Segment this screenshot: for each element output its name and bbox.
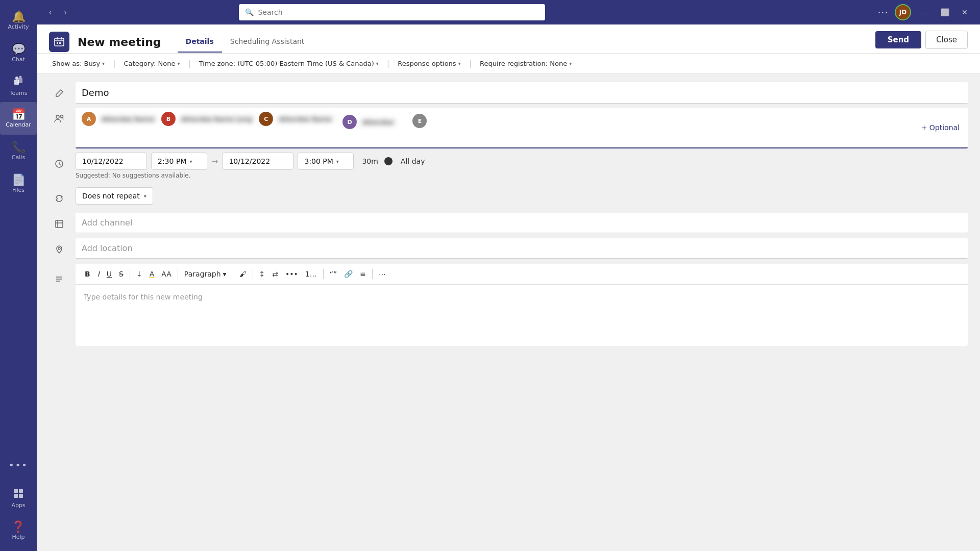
svg-point-3: [19, 76, 22, 78]
repeat-dropdown-arrow: ▾: [144, 193, 146, 199]
more-formatting-button[interactable]: ⋯: [376, 268, 389, 280]
show-as-dropdown-arrow: ▾: [102, 61, 105, 66]
sidebar-item-help[interactable]: ❓ Help: [7, 514, 30, 547]
editor-toolbar: B I U S ↓ A AA Paragraph ▾ 🖌 ↕ ⇄ •••: [76, 264, 968, 285]
sidebar-item-label: Help: [12, 534, 24, 540]
calls-icon: 📞: [12, 142, 26, 153]
forward-button[interactable]: ›: [60, 6, 70, 19]
bullet-list-button[interactable]: •••: [282, 268, 301, 280]
close-window-button[interactable]: ✕: [958, 7, 972, 17]
response-dropdown-arrow: ▾: [458, 61, 461, 66]
start-time-arrow: ▾: [189, 159, 192, 164]
end-time-input[interactable]: 3:00 PM ▾: [298, 153, 354, 170]
user-avatar[interactable]: JD: [895, 4, 911, 20]
svg-rect-8: [55, 38, 64, 46]
sidebar-item-apps[interactable]: Apps: [7, 482, 30, 514]
svg-rect-12: [57, 42, 58, 44]
start-time-input[interactable]: 2:30 PM ▾: [151, 153, 207, 170]
end-date-input[interactable]: 10/12/2022: [222, 153, 293, 170]
start-date-input[interactable]: 10/12/2022: [76, 153, 147, 170]
sidebar-item-calendar[interactable]: 📅 Calendar: [0, 102, 37, 135]
sidebar-item-calls[interactable]: 📞 Calls: [0, 135, 37, 167]
sidebar-item-activity[interactable]: 🔔 Activity: [0, 4, 37, 37]
svg-point-20: [58, 247, 60, 249]
search-input[interactable]: [258, 8, 539, 16]
edit-icon: [49, 83, 69, 104]
location-icon: [49, 239, 69, 260]
bold-button[interactable]: B: [82, 268, 93, 280]
location-input[interactable]: [76, 238, 968, 259]
link-button[interactable]: 🔗: [341, 268, 356, 280]
sidebar-item-chat[interactable]: 💬 Chat: [0, 37, 37, 69]
send-button[interactable]: Send: [875, 31, 921, 48]
svg-rect-13: [59, 42, 61, 44]
titlebar: ‹ › 🔍 ··· JD — ⬜ ✕: [37, 0, 980, 24]
align-left-button[interactable]: ↕: [256, 268, 268, 280]
datetime-arrow: →: [211, 157, 218, 166]
sidebar-item-teams[interactable]: Teams: [0, 69, 37, 102]
timezone-dropdown-arrow: ▾: [376, 61, 379, 66]
decrease-indent-button[interactable]: ↓: [133, 268, 145, 280]
sep4: |: [469, 59, 472, 68]
allday-toggle[interactable]: All day: [401, 157, 425, 165]
optional-link[interactable]: + Optional: [919, 121, 962, 134]
svg-point-2: [15, 77, 18, 80]
paragraph-button[interactable]: Paragraph ▾: [181, 268, 230, 280]
meeting-title: New meeting: [78, 36, 161, 48]
more-icon: •••: [9, 461, 28, 470]
attendee-avatar-5: E: [412, 114, 427, 128]
category-dropdown[interactable]: Category: None ▾: [121, 58, 183, 69]
attendee-4: D Attendee: [342, 115, 397, 129]
svg-rect-17: [56, 220, 63, 228]
editor-row: B I U S ↓ A AA Paragraph ▾ 🖌 ↕ ⇄ •••: [49, 264, 968, 346]
maximize-button[interactable]: ⬜: [937, 7, 953, 17]
editor-sep-6: [372, 269, 373, 279]
svg-rect-1: [18, 78, 22, 83]
clock-icon: [49, 154, 69, 174]
channel-icon: [49, 214, 69, 234]
attendee-1: A Attendee Name: [82, 112, 158, 126]
repeat-icon: [49, 188, 69, 209]
files-icon: 📄: [12, 174, 26, 186]
strikethrough-button[interactable]: S: [116, 268, 127, 280]
back-button[interactable]: ‹: [45, 6, 56, 19]
sidebar-item-more[interactable]: •••: [7, 449, 30, 482]
show-as-dropdown[interactable]: Show as: Busy ▾: [49, 58, 108, 69]
attendees-box[interactable]: A Attendee Name B Attendee Name Long C A…: [76, 108, 968, 148]
response-dropdown[interactable]: Response options ▾: [395, 58, 463, 69]
italic-button[interactable]: I: [94, 268, 103, 280]
highlight-button[interactable]: A: [146, 268, 158, 280]
timezone-dropdown[interactable]: Time zone: (UTC-05:00) Eastern Time (US …: [196, 58, 382, 69]
sidebar-item-label: Calls: [12, 154, 25, 161]
editor-sep-4: [253, 269, 253, 279]
channel-row: [49, 213, 968, 234]
chat-icon: 💬: [12, 44, 26, 55]
align-button[interactable]: ≡: [357, 268, 369, 280]
titlebar-right: ··· JD — ⬜ ✕: [878, 4, 972, 20]
align-right-button[interactable]: ⇄: [269, 268, 281, 280]
sidebar-item-label: Apps: [11, 502, 25, 509]
format-painter-button[interactable]: 🖌: [236, 268, 250, 280]
more-options-button[interactable]: ···: [878, 7, 889, 18]
attendees-row: A Attendee Name B Attendee Name Long C A…: [49, 108, 968, 148]
minimize-button[interactable]: —: [917, 7, 933, 17]
sidebar-item-files[interactable]: 📄 Files: [0, 167, 37, 200]
font-size-button[interactable]: AA: [158, 268, 175, 280]
attendee-avatar-4: D: [342, 115, 357, 129]
svg-point-15: [61, 115, 63, 118]
tab-scheduling[interactable]: Scheduling Assistant: [222, 31, 313, 53]
meeting-tabs: Details Scheduling Assistant: [178, 31, 313, 53]
close-meeting-button[interactable]: Close: [925, 31, 968, 49]
channel-input[interactable]: [76, 213, 968, 233]
activity-icon: 🔔: [12, 11, 26, 22]
quote-button[interactable]: “”: [327, 268, 340, 280]
numbered-list-button[interactable]: 1…: [302, 268, 320, 280]
registration-dropdown[interactable]: Require registration: None ▾: [477, 58, 575, 69]
tab-details[interactable]: Details: [178, 31, 222, 53]
underline-button[interactable]: U: [104, 268, 115, 280]
help-icon: ❓: [11, 521, 25, 533]
repeat-dropdown[interactable]: Does not repeat ▾: [76, 187, 153, 205]
meeting-title-input[interactable]: [76, 82, 968, 104]
duration-toggle[interactable]: [384, 157, 393, 165]
editor-body[interactable]: Type details for this new meeting: [76, 285, 968, 346]
